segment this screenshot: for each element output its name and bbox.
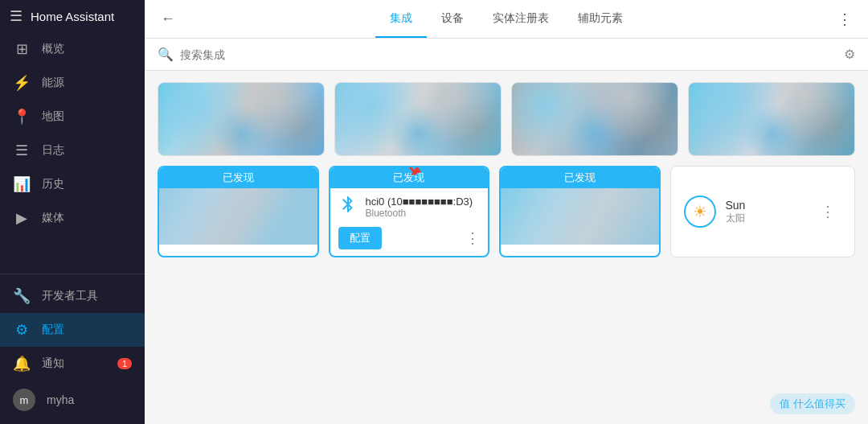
device-info: hci0 (10■■■■■■■■:D3) Bluetooth [366,196,473,219]
sidebar-item-overview[interactable]: ⊞ 概览 [0,32,145,66]
sidebar-label-media: 媒体 [42,211,64,225]
user-avatar: m [13,389,35,411]
discovered-header-1: 已发现 [159,167,317,188]
filter-icon[interactable]: ⚙ [844,47,855,62]
sun-icon-wrap: ☀ [684,196,716,228]
sidebar-bottom: 🔧 开发者工具 ⚙ 配置 🔔 通知 1 m myha [0,274,145,424]
sidebar-item-devtools[interactable]: 🔧 开发者工具 [0,279,145,313]
search-bar: 🔍 ⚙ [145,39,868,71]
discovered-blurred-body-1 [159,188,317,245]
sidebar-item-user[interactable]: m myha [0,381,145,419]
history-icon: 📊 [13,175,31,193]
discovered-actions: 配置 ⋮ [338,227,481,249]
search-icon: 🔍 [158,47,174,62]
media-icon: ▶ [13,209,31,227]
integration-card-2[interactable] [334,82,502,156]
overview-icon: ⊞ [13,40,31,58]
discovered-body: hci0 (10■■■■■■■■:D3) Bluetooth 配置 ⋮ [330,188,489,256]
sun-more-btn[interactable]: ⋮ [821,203,835,220]
discovered-card-1[interactable]: 已发现 [158,166,319,257]
sidebar-label-overview: 概览 [42,42,64,56]
notify-badge: 1 [117,358,132,369]
config-icon: ⚙ [13,321,31,339]
cards-area: 已发现 已发现 hci0 (10■■■■■■■■:D3) Bluetooth [145,71,868,424]
top-cards-row [158,82,855,156]
more-options-button[interactable]: ⋮ [834,7,855,31]
integration-card-1[interactable] [158,82,325,156]
sidebar-label-map: 地图 [42,109,64,124]
sidebar-item-log[interactable]: ☰ 日志 [0,134,145,167]
sidebar: ☰ Home Assistant ⊞ 概览 ⚡ 能源 📍 地图 ☰ 日志 📊 历… [0,0,145,424]
log-icon: ☰ [13,142,31,159]
sidebar-label-log: 日志 [42,143,64,158]
integration-card-4[interactable] [688,82,855,156]
menu-icon[interactable]: ☰ [10,7,23,25]
discovered-blurred-body-3 [501,188,659,245]
sidebar-label-energy: 能源 [42,76,64,90]
sidebar-header: ☰ Home Assistant [0,0,145,32]
back-button[interactable]: ← [158,7,178,31]
sun-card[interactable]: ☀ Sun 太阳 ⋮ [670,166,856,257]
device-row: hci0 (10■■■■■■■■:D3) Bluetooth [338,195,481,219]
integration-card-3[interactable] [511,82,678,156]
sidebar-nav: ⊞ 概览 ⚡ 能源 📍 地图 ☰ 日志 📊 历史 ▶ 媒体 [0,32,145,274]
discovered-card-3[interactable]: 已发现 [499,166,661,257]
sun-name: Sun [726,199,746,212]
tab-devices[interactable]: 设备 [427,0,478,38]
notify-icon: 🔔 [13,355,31,373]
tab-integrations[interactable]: 集成 [375,0,427,38]
sidebar-label-config: 配置 [42,323,64,337]
sun-info: Sun 太阳 [726,199,746,225]
app-title: Home Assistant [31,10,114,23]
tab-helpers[interactable]: 辅助元素 [563,0,637,38]
sidebar-label-devtools: 开发者工具 [42,289,98,303]
tab-bar: 集成 设备 实体注册表 辅助元素 [185,0,828,38]
watermark: 值 什么值得买 [770,393,855,414]
map-icon: 📍 [13,108,31,126]
tab-entities[interactable]: 实体注册表 [478,0,563,38]
sidebar-item-notify[interactable]: 🔔 通知 1 [0,347,145,381]
sidebar-item-energy[interactable]: ⚡ 能源 [0,66,145,100]
sidebar-item-config[interactable]: ⚙ 配置 [0,313,145,347]
discovered-header-2: 已发现 [330,167,489,188]
sidebar-label-history: 历史 [42,177,64,191]
config-button[interactable]: 配置 [338,227,382,249]
sun-icon: ☀ [693,202,707,221]
topbar-actions: ⋮ [834,7,855,31]
topbar: ← 集成 设备 实体注册表 辅助元素 ⋮ [145,0,868,39]
bottom-cards-row: 已发现 已发现 hci0 (10■■■■■■■■:D3) Bluetooth [158,166,855,257]
sun-card-actions: ⋮ [755,196,841,227]
more-btn[interactable]: ⋮ [465,229,480,247]
energy-icon: ⚡ [13,74,31,92]
device-sub: Bluetooth [366,208,473,219]
device-name: hci0 (10■■■■■■■■:D3) [366,196,473,208]
sidebar-item-history[interactable]: 📊 历史 [0,167,145,201]
sidebar-label-user: myha [47,393,74,406]
discovered-header-3: 已发现 [501,167,659,188]
main-content: ← 集成 设备 实体注册表 辅助元素 ⋮ 🔍 ⚙ [145,0,868,424]
devtools-icon: 🔧 [13,287,31,305]
search-input[interactable] [180,48,837,61]
sun-sub: 太阳 [726,212,746,225]
sidebar-label-notify: 通知 [42,356,64,371]
sidebar-item-map[interactable]: 📍 地图 [0,100,145,134]
discovered-bluetooth-card[interactable]: 已发现 hci0 (10■■■■■■■■:D3) Bluetooth 配置 ⋮ [329,166,490,257]
sidebar-item-media[interactable]: ▶ 媒体 [0,201,145,235]
bluetooth-icon [338,195,358,219]
